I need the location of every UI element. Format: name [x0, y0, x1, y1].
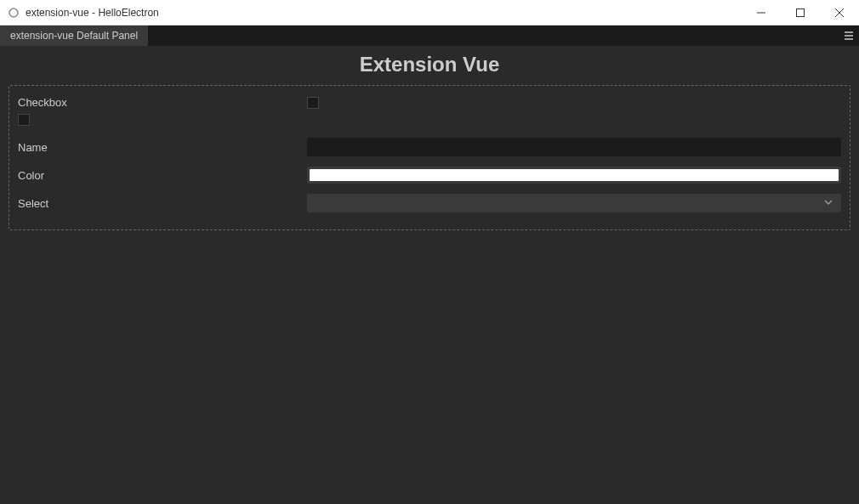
- checkbox-input[interactable]: [307, 97, 319, 109]
- select-input[interactable]: [307, 194, 841, 212]
- form-panel: Checkbox Name Color Select: [9, 85, 850, 230]
- tabbar-spacer: [148, 25, 839, 46]
- window-title: extension-vue - HelloElectron: [26, 7, 742, 19]
- app-icon: [7, 6, 20, 20]
- panel-tabbar: extension-vue Default Panel: [0, 25, 859, 46]
- minimize-button[interactable]: [742, 0, 781, 25]
- color-input[interactable]: [307, 167, 841, 184]
- name-row: Name: [18, 138, 841, 156]
- chevron-down-icon: [823, 195, 833, 211]
- window-titlebar: extension-vue - HelloElectron: [0, 0, 859, 25]
- page-title: Extension Vue: [9, 53, 850, 76]
- select-label: Select: [18, 197, 307, 210]
- tab-default-panel[interactable]: extension-vue Default Panel: [0, 25, 148, 46]
- name-label: Name: [18, 141, 307, 154]
- name-input[interactable]: [307, 138, 841, 156]
- checkbox-label: Checkbox: [18, 96, 307, 109]
- svg-point-0: [9, 8, 18, 17]
- panel-content: Extension Vue Checkbox Name Color Select: [0, 46, 859, 504]
- window-controls: [742, 0, 859, 25]
- maximize-button[interactable]: [781, 0, 820, 25]
- checkbox-row: Checkbox: [18, 96, 841, 109]
- panel-menu-button[interactable]: [839, 25, 859, 46]
- checkbox-secondary[interactable]: [18, 114, 30, 126]
- select-row: Select: [18, 194, 841, 212]
- color-label: Color: [18, 169, 307, 182]
- svg-rect-2: [797, 9, 805, 17]
- close-button[interactable]: [820, 0, 859, 25]
- color-swatch: [310, 169, 839, 181]
- color-row: Color: [18, 167, 841, 184]
